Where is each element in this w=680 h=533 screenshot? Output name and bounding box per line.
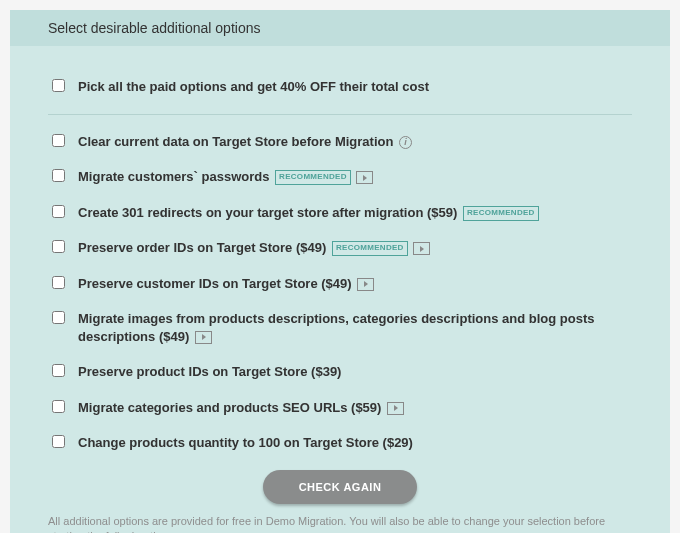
footnote: All additional options are provided for … — [48, 514, 632, 533]
check-again-button[interactable]: CHECK AGAIN — [263, 470, 418, 504]
panel-body: Pick all the paid options and get 40% OF… — [10, 46, 670, 533]
option-label: Preserve product IDs on Target Store ($3… — [78, 363, 341, 381]
pick-all-label: Pick all the paid options and get 40% OF… — [78, 78, 429, 96]
option-text: Create 301 redirects on your target stor… — [78, 205, 457, 220]
option-text: Migrate customers` passwords — [78, 169, 269, 184]
option-row: Migrate images from products description… — [48, 310, 632, 345]
option-label: Migrate customers` passwords RECOMMENDED — [78, 168, 373, 186]
option-label: Preserve customer IDs on Target Store ($… — [78, 275, 374, 293]
recommended-badge: RECOMMENDED — [275, 170, 351, 185]
option-row: Preserve product IDs on Target Store ($3… — [48, 363, 632, 381]
option-text: Change products quantity to 100 on Targe… — [78, 435, 413, 450]
option-checkbox[interactable] — [52, 400, 65, 413]
option-text: Preserve product IDs on Target Store ($3… — [78, 364, 341, 379]
option-text: Preserve customer IDs on Target Store ($… — [78, 276, 352, 291]
option-checkbox[interactable] — [52, 311, 65, 324]
option-row: Change products quantity to 100 on Targe… — [48, 434, 632, 452]
video-icon[interactable] — [195, 331, 212, 344]
option-row: Clear current data on Target Store befor… — [48, 133, 632, 151]
option-checkbox[interactable] — [52, 134, 65, 147]
video-icon[interactable] — [357, 278, 374, 291]
option-checkbox[interactable] — [52, 240, 65, 253]
option-label: Create 301 redirects on your target stor… — [78, 204, 539, 222]
option-text: Migrate categories and products SEO URLs… — [78, 400, 381, 415]
option-checkbox[interactable] — [52, 364, 65, 377]
additional-options-panel: Select desirable additional options Pick… — [10, 10, 670, 533]
option-row: Preserve order IDs on Target Store ($49)… — [48, 239, 632, 257]
option-checkbox[interactable] — [52, 205, 65, 218]
option-label: Preserve order IDs on Target Store ($49)… — [78, 239, 430, 257]
option-checkbox[interactable] — [52, 435, 65, 448]
recommended-badge: RECOMMENDED — [463, 206, 539, 221]
option-checkbox[interactable] — [52, 276, 65, 289]
divider — [48, 114, 632, 115]
panel-title: Select desirable additional options — [10, 10, 670, 46]
option-text: Migrate images from products description… — [78, 311, 595, 344]
option-label: Change products quantity to 100 on Targe… — [78, 434, 413, 452]
option-row: Migrate customers` passwords RECOMMENDED — [48, 168, 632, 186]
video-icon[interactable] — [413, 242, 430, 255]
pick-all-checkbox[interactable] — [52, 79, 65, 92]
option-row: Preserve customer IDs on Target Store ($… — [48, 275, 632, 293]
option-checkbox[interactable] — [52, 169, 65, 182]
option-row: Create 301 redirects on your target stor… — [48, 204, 632, 222]
option-text: Preserve order IDs on Target Store ($49) — [78, 240, 326, 255]
info-icon[interactable]: i — [399, 136, 412, 149]
pick-all-row: Pick all the paid options and get 40% OF… — [48, 78, 632, 96]
video-icon[interactable] — [356, 171, 373, 184]
option-label: Clear current data on Target Store befor… — [78, 133, 412, 151]
option-text: Clear current data on Target Store befor… — [78, 134, 393, 149]
video-icon[interactable] — [387, 402, 404, 415]
recommended-badge: RECOMMENDED — [332, 241, 408, 256]
option-label: Migrate categories and products SEO URLs… — [78, 399, 404, 417]
option-row: Migrate categories and products SEO URLs… — [48, 399, 632, 417]
options-list: Clear current data on Target Store befor… — [48, 133, 632, 452]
option-label: Migrate images from products description… — [78, 310, 632, 345]
